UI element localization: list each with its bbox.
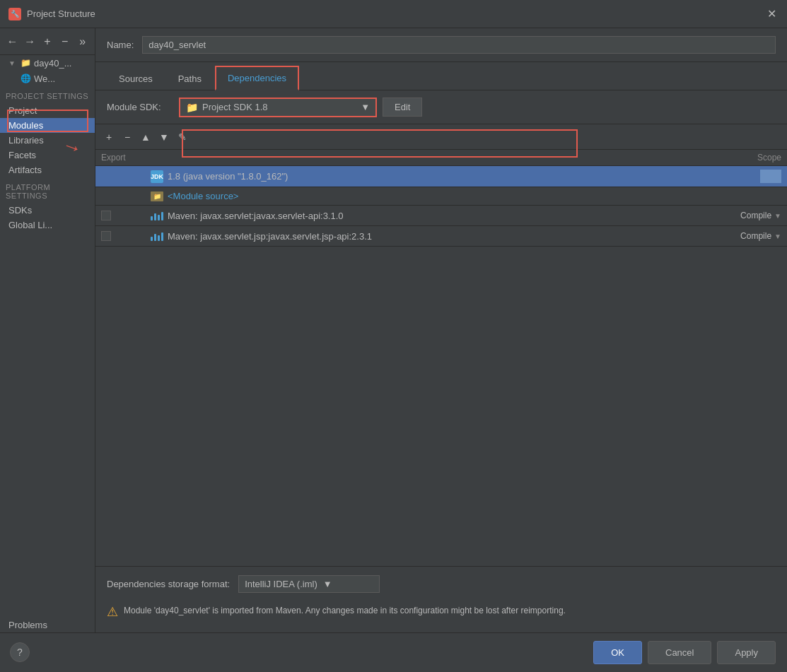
sdk-folder-icon: 📁 bbox=[186, 102, 198, 113]
add-btn[interactable]: + bbox=[41, 35, 54, 48]
more-btn[interactable]: » bbox=[76, 35, 89, 48]
dialog-title: Project Structure bbox=[27, 8, 764, 19]
sidebar-item-label: Project bbox=[8, 105, 37, 116]
main-panel: Name: Sources Paths Dependencies Module … bbox=[95, 28, 787, 632]
scope-value-jdk bbox=[760, 170, 781, 183]
name-label: Name: bbox=[107, 40, 134, 50]
dep-remove-btn[interactable]: − bbox=[119, 129, 135, 145]
storage-format-label: Dependencies storage format: bbox=[107, 579, 230, 589]
scope-dropdown-maven2[interactable]: ▼ bbox=[774, 232, 781, 240]
sidebar-toolbar: ← → + − » bbox=[0, 28, 95, 55]
dep-export-maven2 bbox=[101, 231, 151, 241]
module-name-bar: Name: bbox=[95, 28, 787, 62]
dep-down-btn[interactable]: ▼ bbox=[156, 129, 172, 145]
apply-button[interactable]: Apply bbox=[717, 641, 776, 664]
help-button[interactable]: ? bbox=[10, 642, 30, 662]
dep-table-header: Export Scope bbox=[95, 150, 787, 166]
footer: OK Cancel Apply bbox=[0, 632, 787, 672]
dep-row-maven1[interactable]: Maven: javax.servlet:javax.servlet-api:3… bbox=[95, 206, 787, 226]
remove-btn[interactable]: − bbox=[58, 35, 71, 48]
dep-up-btn[interactable]: ▲ bbox=[138, 129, 153, 145]
sidebar-item-label: Libraries bbox=[8, 135, 44, 146]
sidebar-item-label: Artifacts bbox=[8, 165, 42, 175]
dependencies-toolbar: + − ▲ ▼ ✎ bbox=[95, 124, 787, 150]
dep-checkbox-maven1[interactable] bbox=[101, 211, 111, 220]
expand-icon: ▼ bbox=[8, 59, 17, 67]
col-scope-header: Scope bbox=[711, 153, 781, 163]
content-area: ← → + − » ▼ 📁 day40_... 🌐 We... Project … bbox=[0, 28, 787, 632]
sidebar-item-label: Global Li... bbox=[8, 220, 52, 230]
sidebar-item-label: SDKs bbox=[8, 205, 32, 216]
app-icon: 🔧 bbox=[8, 8, 21, 20]
dep-table: Export Scope JDK 1.8 (java version "1.8.… bbox=[95, 150, 787, 566]
sidebar-item-label: Facets bbox=[8, 150, 36, 160]
sidebar-item-sdks[interactable]: SDKs bbox=[0, 203, 95, 218]
platform-settings-header: Platform Settings bbox=[0, 177, 95, 203]
dep-export-maven1 bbox=[101, 211, 151, 220]
sidebar-item-label: Modules bbox=[8, 120, 43, 131]
ok-button[interactable]: OK bbox=[593, 641, 642, 664]
col-export-header: Export bbox=[101, 153, 151, 163]
storage-dropdown-arrow-icon: ▼ bbox=[323, 579, 332, 589]
dep-edit-btn[interactable]: ✎ bbox=[175, 129, 190, 145]
dep-name-col-maven2: Maven: javax.servlet.jsp:javax.servlet.j… bbox=[151, 230, 711, 242]
tabs-bar: Sources Paths Dependencies bbox=[95, 62, 787, 90]
sidebar-item-artifacts[interactable]: Artifacts bbox=[0, 163, 95, 177]
col-name-header bbox=[151, 153, 711, 163]
dep-name-module-source: <Module source> bbox=[168, 191, 238, 201]
module-name-input[interactable] bbox=[142, 36, 776, 54]
tree-item-web[interactable]: 🌐 We... bbox=[0, 71, 95, 86]
sidebar-item-problems[interactable]: Problems bbox=[0, 618, 95, 632]
sidebar-item-modules[interactable]: Modules bbox=[0, 118, 95, 133]
close-button[interactable]: ✕ bbox=[764, 7, 779, 20]
dep-name-jdk: 1.8 (java version "1.8.0_162") bbox=[168, 171, 288, 182]
project-settings-header: Project Settings bbox=[0, 86, 95, 103]
jdk-icon: JDK bbox=[151, 170, 163, 183]
tab-dependencies[interactable]: Dependencies bbox=[215, 66, 299, 90]
scope-value-maven2: Compile bbox=[740, 231, 771, 241]
sdk-label: Module SDK: bbox=[107, 102, 170, 112]
web-icon: 🌐 bbox=[20, 73, 31, 84]
warning-row: ⚠ Module 'day40_servlet' is imported fro… bbox=[107, 600, 776, 624]
storage-format-value: IntelliJ IDEA (.iml) bbox=[245, 579, 317, 589]
folder-icon-module-source: 📁 bbox=[151, 191, 163, 201]
maven-icon-1 bbox=[151, 209, 163, 222]
sdk-value: Project SDK 1.8 bbox=[202, 102, 268, 112]
dep-checkbox-maven2[interactable] bbox=[101, 231, 111, 241]
sidebar-item-project[interactable]: Project bbox=[0, 103, 95, 118]
maven-icon-2 bbox=[151, 230, 163, 242]
sdk-select-wrapper: 📁 Project SDK 1.8 ▼ Edit bbox=[179, 98, 776, 117]
tab-paths[interactable]: Paths bbox=[166, 67, 214, 90]
dep-name-maven1: Maven: javax.servlet:javax.servlet-api:3… bbox=[168, 211, 344, 221]
dep-row-jdk[interactable]: JDK 1.8 (java version "1.8.0_162") bbox=[95, 166, 787, 187]
nav-back-btn[interactable]: ← bbox=[6, 35, 19, 48]
dep-name-col-maven1: Maven: javax.servlet:javax.servlet-api:3… bbox=[151, 209, 711, 222]
folder-icon: 📁 bbox=[20, 57, 31, 69]
dep-row-maven2[interactable]: Maven: javax.servlet.jsp:javax.servlet.j… bbox=[95, 226, 787, 247]
sdk-edit-button[interactable]: Edit bbox=[383, 98, 422, 117]
module-sdk-bar: Module SDK: 📁 Project SDK 1.8 ▼ Edit bbox=[95, 90, 787, 124]
dep-scope-jdk bbox=[711, 170, 781, 183]
bottom-area: Dependencies storage format: IntelliJ ID… bbox=[95, 566, 787, 632]
storage-format-row: Dependencies storage format: IntelliJ ID… bbox=[107, 575, 776, 593]
dep-name-col-module-source: 📁 <Module source> bbox=[151, 191, 711, 201]
warning-icon: ⚠ bbox=[107, 604, 118, 620]
sidebar-item-global-libraries[interactable]: Global Li... bbox=[0, 218, 95, 232]
tree-item-label: We... bbox=[34, 73, 55, 84]
storage-format-dropdown[interactable]: IntelliJ IDEA (.iml) ▼ bbox=[238, 575, 380, 593]
cancel-button[interactable]: Cancel bbox=[648, 641, 711, 664]
dep-name-col-jdk: JDK 1.8 (java version "1.8.0_162") bbox=[151, 170, 711, 183]
dep-name-maven2: Maven: javax.servlet.jsp:javax.servlet.j… bbox=[168, 231, 372, 242]
tree-item-label: day40_... bbox=[34, 58, 72, 69]
sdk-dropdown-arrow-icon: ▼ bbox=[361, 102, 370, 112]
dep-row-module-source[interactable]: 📁 <Module source> bbox=[95, 187, 787, 206]
sdk-dropdown[interactable]: 📁 Project SDK 1.8 ▼ bbox=[179, 98, 377, 117]
tab-sources[interactable]: Sources bbox=[107, 67, 165, 90]
tree-item-day40[interactable]: ▼ 📁 day40_... bbox=[0, 55, 95, 71]
scope-dropdown-maven1[interactable]: ▼ bbox=[774, 212, 781, 220]
sidebar: ← → + − » ▼ 📁 day40_... 🌐 We... Project … bbox=[0, 28, 95, 632]
dep-add-btn[interactable]: + bbox=[101, 129, 117, 145]
nav-forward-btn[interactable]: → bbox=[23, 35, 37, 48]
title-bar: 🔧 Project Structure ✕ bbox=[0, 0, 787, 28]
sidebar-item-label: Problems bbox=[8, 620, 47, 630]
